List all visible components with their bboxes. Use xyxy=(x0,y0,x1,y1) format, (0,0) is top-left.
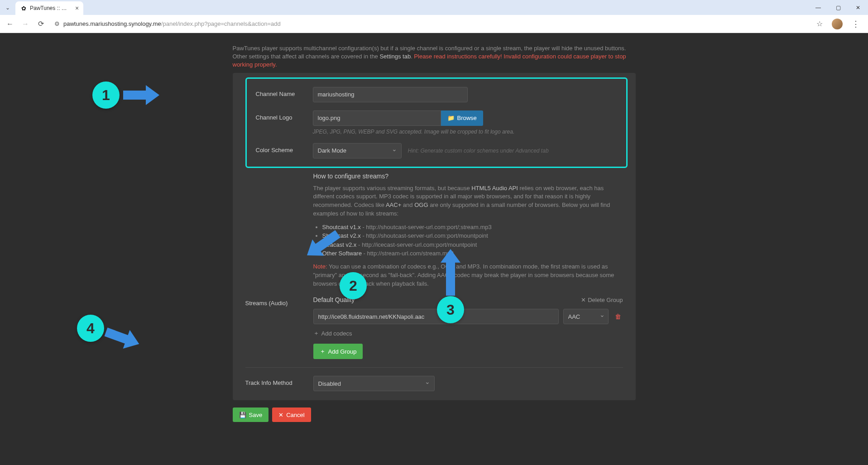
close-icon: ✕ xyxy=(581,297,586,303)
color-scheme-hint: Hint: Generate custom color schemes unde… xyxy=(408,148,549,154)
url-text: pawtunes.mariushosting.synology.me/panel… xyxy=(63,20,281,27)
browser-tab[interactable]: ✿ PawTunes :: Control P × xyxy=(15,1,83,15)
color-scheme-select[interactable]: Dark Mode xyxy=(313,143,402,158)
browse-button[interactable]: 📁 Browse xyxy=(441,110,483,126)
channel-logo-label: Channel Logo xyxy=(256,110,313,121)
forward-button[interactable]: → xyxy=(19,18,32,30)
bookmark-icon[interactable]: ☆ xyxy=(812,19,827,28)
tab-dropdown-icon[interactable]: ⌄ xyxy=(0,0,15,15)
close-icon[interactable]: × xyxy=(75,5,79,12)
page-content: PawTunes player supports multichannel co… xyxy=(0,33,868,465)
delete-group-button[interactable]: ✕ Delete Group xyxy=(581,297,623,303)
annotation-badge-1: 1 xyxy=(92,81,120,109)
close-window-button[interactable]: ✕ xyxy=(848,0,868,15)
profile-avatar[interactable] xyxy=(832,19,843,29)
folder-icon: 📁 xyxy=(447,115,455,121)
streams-description: The player supports various streaming fo… xyxy=(313,184,623,218)
list-item: Shoutcast v1.x - http://shoutcast-server… xyxy=(322,223,623,232)
save-button[interactable]: 💾 Save xyxy=(233,407,269,422)
settings-panel: Channel Name Channel Logo 📁 xyxy=(233,73,636,401)
browser-titlebar: ⌄ ✿ PawTunes :: Control P × — ▢ ✕ xyxy=(0,0,868,15)
streams-note: Note: You can use a combination of codec… xyxy=(313,263,623,288)
color-scheme-label: Color Scheme xyxy=(256,143,313,153)
list-item: Other Software - http://stream-url.com/s… xyxy=(322,249,623,258)
plus-icon: ＋ xyxy=(313,329,319,337)
plus-icon: ＋ xyxy=(320,347,326,355)
channel-logo-input[interactable] xyxy=(313,110,441,126)
browser-toolbar: ← → ⟳ ⚙ pawtunes.mariushosting.synology.… xyxy=(0,15,868,33)
codec-select[interactable]: AAC xyxy=(563,309,609,324)
channel-name-label: Channel Name xyxy=(256,87,313,97)
list-item: Shoutcast v2.x - http://shoutcast-server… xyxy=(322,231,623,240)
intro-text: PawTunes player supports multichannel co… xyxy=(233,44,636,69)
gear-icon: ✿ xyxy=(20,5,27,12)
add-group-button[interactable]: ＋ Add Group xyxy=(313,344,363,359)
minimize-button[interactable]: — xyxy=(808,0,828,15)
tab-title: PawTunes :: Control P xyxy=(30,5,71,11)
step-1-highlight: Channel Name Channel Logo 📁 xyxy=(245,77,628,168)
quality-title: Default Quality xyxy=(313,296,355,303)
add-codecs-button[interactable]: ＋ Add codecs xyxy=(313,329,352,337)
track-info-label: Track Info Method xyxy=(245,376,313,386)
site-settings-icon[interactable]: ⚙ xyxy=(54,20,60,27)
logo-hint: JPEG, JPG, PNG, WEBP and SVG accepted. I… xyxy=(313,129,617,135)
divider xyxy=(245,367,623,368)
reload-button[interactable]: ⟳ xyxy=(34,18,47,30)
streams-audio-label: Streams (Audio) xyxy=(245,296,313,307)
stream-url-input[interactable] xyxy=(313,309,559,324)
list-item: Iceacast v2.x - http://icecast-server-ur… xyxy=(322,240,623,249)
save-icon: 💾 xyxy=(239,412,246,418)
cancel-button[interactable]: ✕ Cancel xyxy=(272,407,311,422)
trash-icon[interactable]: 🗑 xyxy=(613,313,623,320)
close-icon: ✕ xyxy=(278,412,283,418)
back-button[interactable]: ← xyxy=(4,18,16,30)
stream-examples-list: Shoutcast v1.x - http://shoutcast-server… xyxy=(313,223,623,258)
streams-heading: How to configure streams? xyxy=(313,173,623,180)
annotation-badge-4: 4 xyxy=(77,315,104,342)
track-info-select[interactable]: Disabled xyxy=(313,376,435,391)
address-bar[interactable]: ⚙ pawtunes.mariushosting.synology.me/pan… xyxy=(50,20,809,27)
browser-menu-icon[interactable]: ⋮ xyxy=(847,19,864,29)
maximize-button[interactable]: ▢ xyxy=(828,0,848,15)
channel-name-input[interactable] xyxy=(313,87,468,102)
